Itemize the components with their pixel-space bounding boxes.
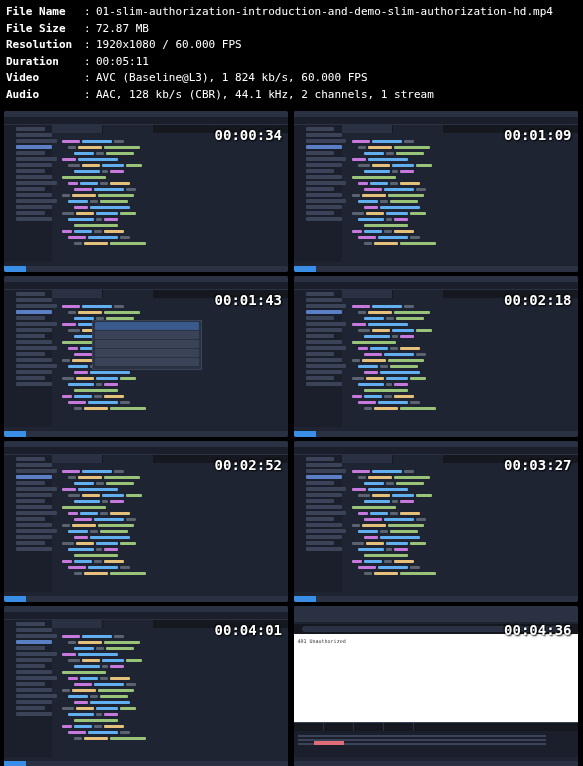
file-tree-item[interactable]: [16, 352, 45, 356]
file-tree-item[interactable]: [16, 646, 45, 650]
code-editor[interactable]: [342, 133, 578, 262]
file-tree-item[interactable]: [16, 127, 45, 131]
file-tree-item[interactable]: [306, 376, 335, 380]
file-tree-item[interactable]: [16, 157, 57, 161]
file-tree-item[interactable]: [306, 358, 342, 362]
editor-tab[interactable]: [342, 455, 392, 463]
file-tree-item[interactable]: [306, 175, 342, 179]
file-tree-item[interactable]: [306, 493, 342, 497]
editor-tab[interactable]: [103, 455, 153, 463]
devtools-panel[interactable]: [294, 722, 578, 757]
devtools-tab[interactable]: [324, 723, 354, 731]
file-tree-item[interactable]: [306, 139, 347, 143]
video-thumbnail[interactable]: 00:01:09: [294, 111, 578, 272]
file-tree-item[interactable]: [306, 322, 347, 326]
file-tree-item[interactable]: [16, 517, 45, 521]
file-tree-item[interactable]: [306, 133, 342, 137]
file-tree-item[interactable]: [306, 340, 342, 344]
file-tree-item[interactable]: [306, 511, 347, 515]
editor-tab[interactable]: [52, 455, 102, 463]
file-tree-item[interactable]: [306, 547, 342, 551]
file-tree-item[interactable]: [16, 382, 52, 386]
file-tree-item[interactable]: [16, 499, 45, 503]
file-tree-item[interactable]: [16, 358, 52, 362]
file-tree-item[interactable]: [306, 529, 347, 533]
file-tree-item[interactable]: [16, 322, 57, 326]
file-tree-item[interactable]: [306, 316, 335, 320]
file-tree-item[interactable]: [306, 517, 335, 521]
file-tree-item[interactable]: [16, 547, 52, 551]
file-tree-item[interactable]: [306, 292, 335, 296]
editor-tab[interactable]: [342, 290, 392, 298]
editor-tab[interactable]: [103, 290, 153, 298]
devtools-tab[interactable]: [354, 723, 384, 731]
file-tree-item[interactable]: [16, 205, 52, 209]
autocomplete-popup[interactable]: [92, 320, 202, 370]
file-tree-item[interactable]: [16, 304, 57, 308]
file-tree-item[interactable]: [16, 328, 52, 332]
file-tree-item[interactable]: [16, 688, 52, 692]
file-tree-item[interactable]: [306, 310, 342, 314]
file-tree-item[interactable]: [16, 682, 45, 686]
file-tree-item[interactable]: [16, 199, 57, 203]
autocomplete-item[interactable]: [95, 340, 199, 348]
file-tree-item[interactable]: [16, 493, 52, 497]
autocomplete-item[interactable]: [95, 349, 199, 357]
file-tree-item[interactable]: [16, 481, 45, 485]
file-tree-item[interactable]: [16, 541, 45, 545]
file-tree-item[interactable]: [16, 511, 57, 515]
file-tree-item[interactable]: [16, 133, 52, 137]
file-tree-item[interactable]: [16, 463, 52, 467]
editor-tab[interactable]: [393, 125, 443, 133]
video-thumbnail[interactable]: 00:00:34: [4, 111, 288, 272]
file-tree-item[interactable]: [16, 310, 52, 314]
file-tree-item[interactable]: [16, 145, 52, 149]
file-tree-item[interactable]: [16, 469, 57, 473]
video-thumbnail[interactable]: 00:01:43: [4, 276, 288, 437]
file-tree-item[interactable]: [16, 523, 52, 527]
file-tree-item[interactable]: [306, 370, 342, 374]
file-tree-item[interactable]: [306, 487, 347, 491]
file-tree-item[interactable]: [16, 316, 45, 320]
file-tree-item[interactable]: [16, 487, 57, 491]
video-thumbnail[interactable]: 00:02:52: [4, 441, 288, 602]
file-tree-item[interactable]: [16, 139, 57, 143]
file-tree-item[interactable]: [306, 334, 335, 338]
file-tree-item[interactable]: [16, 475, 52, 479]
file-tree-item[interactable]: [306, 199, 347, 203]
file-tree-item[interactable]: [306, 217, 342, 221]
file-tree-item[interactable]: [306, 151, 335, 155]
video-thumbnail[interactable]: 00:04:36 401 Unauthorized: [294, 606, 578, 766]
autocomplete-item[interactable]: [95, 331, 199, 339]
editor-tab[interactable]: [393, 455, 443, 463]
file-tree-item[interactable]: [306, 298, 342, 302]
autocomplete-item[interactable]: [95, 358, 199, 366]
file-tree-item[interactable]: [16, 217, 52, 221]
file-tree-item[interactable]: [16, 370, 52, 374]
file-tree-item[interactable]: [306, 505, 342, 509]
code-editor[interactable]: [342, 463, 578, 592]
file-tree-item[interactable]: [306, 211, 335, 215]
file-tree-item[interactable]: [16, 298, 52, 302]
file-tree-item[interactable]: [16, 664, 45, 668]
file-tree-item[interactable]: [16, 169, 45, 173]
file-tree-item[interactable]: [306, 481, 335, 485]
file-tree-item[interactable]: [16, 658, 52, 662]
file-tree-item[interactable]: [16, 193, 52, 197]
file-tree-item[interactable]: [16, 334, 45, 338]
file-tree-item[interactable]: [16, 151, 45, 155]
file-tree-item[interactable]: [16, 364, 57, 368]
file-tree-item[interactable]: [306, 463, 342, 467]
editor-tab[interactable]: [393, 290, 443, 298]
devtools-tab[interactable]: [384, 723, 414, 731]
file-tree-item[interactable]: [16, 640, 52, 644]
network-request[interactable]: [298, 735, 546, 737]
autocomplete-item[interactable]: [95, 322, 199, 330]
file-tree-item[interactable]: [16, 694, 57, 698]
file-tree-item[interactable]: [16, 340, 52, 344]
file-tree-item[interactable]: [306, 499, 335, 503]
file-tree-item[interactable]: [16, 181, 57, 185]
file-tree-item[interactable]: [16, 187, 45, 191]
file-tree-item[interactable]: [16, 706, 45, 710]
file-tree-item[interactable]: [306, 205, 342, 209]
